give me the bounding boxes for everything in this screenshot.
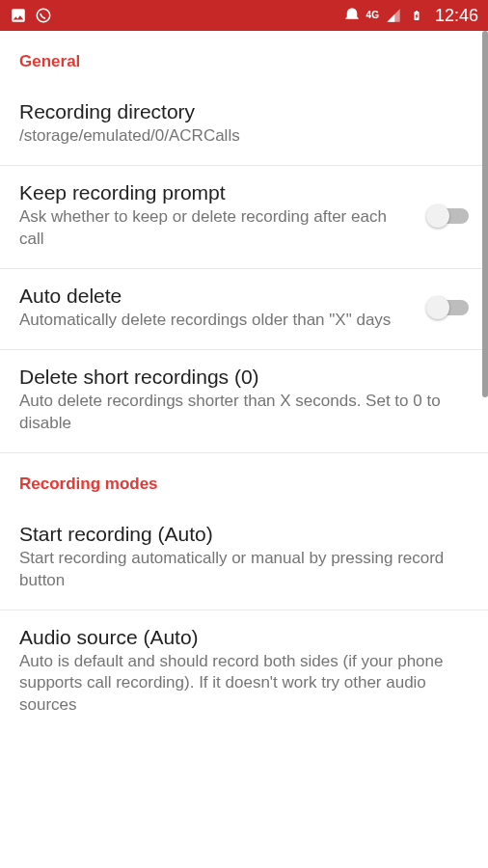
toggle-switch[interactable] [428, 300, 469, 315]
setting-title: Start recording (Auto) [19, 523, 469, 546]
status-right: 4G 12:46 [343, 6, 478, 26]
scrollbar[interactable] [482, 31, 488, 397]
setting-auto-delete[interactable]: Auto delete Automatically delete recordi… [0, 269, 488, 350]
setting-subtitle: Automatically delete recordings older th… [19, 310, 409, 332]
setting-title: Recording directory [19, 100, 469, 123]
alarm-icon [343, 7, 361, 24]
status-left [10, 7, 52, 24]
section-header-recording-modes: Recording modes [0, 453, 488, 507]
settings-content[interactable]: General Recording directory /storage/emu… [0, 31, 488, 868]
setting-subtitle: /storage/emulated/0/ACRCalls [19, 125, 469, 148]
setting-title: Audio source (Auto) [19, 626, 469, 649]
setting-subtitle: Start recording automatically or manual … [19, 548, 469, 592]
setting-keep-recording-prompt[interactable]: Keep recording prompt Ask whether to kee… [0, 166, 488, 269]
setting-subtitle: Auto delete recordings shorter than X se… [19, 391, 469, 435]
setting-recording-directory[interactable]: Recording directory /storage/emulated/0/… [0, 85, 488, 166]
battery-charging-icon [408, 7, 425, 24]
setting-subtitle: Auto is default and should record both s… [19, 651, 469, 718]
phone-icon [35, 7, 52, 24]
setting-subtitle: Ask whether to keep or delete recording … [19, 206, 409, 251]
setting-title: Auto delete [19, 285, 409, 308]
signal-icon [385, 7, 402, 24]
svg-point-0 [37, 9, 50, 22]
setting-delete-short-recordings[interactable]: Delete short recordings (0) Auto delete … [0, 350, 488, 453]
setting-title: Delete short recordings (0) [19, 366, 469, 389]
setting-audio-source[interactable]: Audio source (Auto) Auto is default and … [0, 610, 488, 735]
status-bar: 4G 12:46 [0, 0, 488, 31]
image-icon [10, 7, 27, 24]
setting-title: Keep recording prompt [19, 181, 409, 204]
section-header-general: General [0, 31, 488, 85]
status-time: 12:46 [435, 6, 478, 26]
network-indicator: 4G [366, 11, 379, 20]
setting-start-recording[interactable]: Start recording (Auto) Start recording a… [0, 507, 488, 610]
toggle-switch[interactable] [428, 208, 469, 224]
